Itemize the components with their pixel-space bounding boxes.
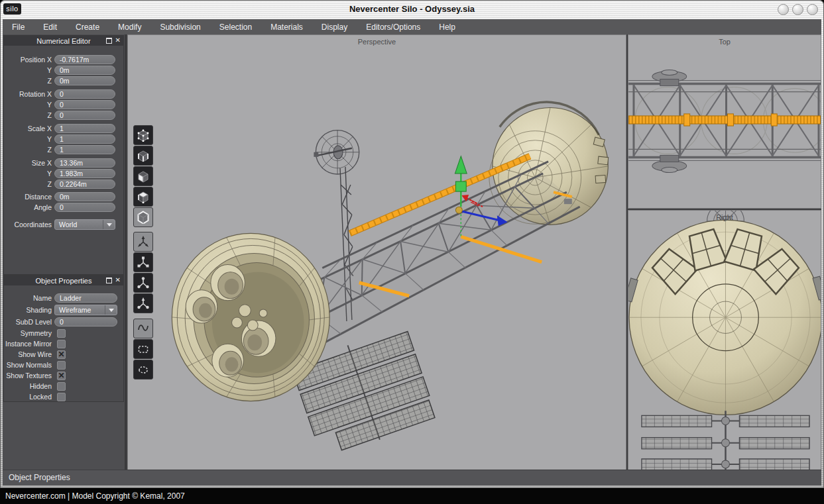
right-view-model [628,211,821,470]
size-z-field[interactable]: 0.2264m [54,179,115,189]
right-viewport-label: Right [628,213,821,221]
window-control-3-icon[interactable] [807,4,818,15]
shading-dropdown[interactable]: Wireframe [54,305,117,315]
position-y-field[interactable]: 0m [54,66,115,75]
window-control-2-icon[interactable] [792,4,803,15]
scale-z-field[interactable]: 1 [54,145,115,154]
status-bar: Object Properties [3,470,821,485]
menu-create[interactable]: Create [66,23,109,32]
numerical-editor-header[interactable]: Numerical Editor ✕ [4,36,123,46]
coordinates-value: World [55,220,103,229]
size-x-field[interactable]: 13.36m [54,158,115,168]
menu-help[interactable]: Help [430,23,465,32]
face-mode-button[interactable] [133,166,153,186]
symmetry-checkbox[interactable] [57,329,66,338]
content-area: Numerical Editor ✕ Position X-0.7617m Y0… [3,34,821,470]
command-sphere-right-view [628,220,821,415]
window-control-1-icon[interactable] [778,4,789,15]
scale-y-field[interactable]: 1 [54,134,115,144]
maximize-icon[interactable] [106,277,112,283]
paint-select-button[interactable] [133,319,153,338]
object-mode-button[interactable] [133,207,153,227]
menu-edit[interactable]: Edit [34,23,66,32]
edge-mode-button[interactable] [133,146,153,166]
show-wire-checkbox[interactable] [57,350,66,359]
object-properties-header[interactable]: Object Properties ✕ [4,276,123,285]
shading-value: Wireframe [55,305,105,315]
perspective-viewport-label: Perspective [128,38,626,46]
menu-materials[interactable]: Materials [261,23,312,32]
show-normals-checkbox[interactable] [57,361,66,370]
menu-selection[interactable]: Selection [210,23,261,32]
rotation-y-field[interactable]: 0 [54,100,115,109]
rotation-z-field[interactable]: 0 [54,111,115,120]
sidebar: Numerical Editor ✕ Position X-0.7617m Y0… [3,34,126,470]
position-z-field[interactable]: 0m [54,76,115,85]
hidden-label: Hidden [4,382,54,390]
close-icon[interactable]: ✕ [115,37,121,44]
select-style-toolbar [133,319,153,380]
position-x-field[interactable]: -0.7617m [54,55,115,64]
menu-modify[interactable]: Modify [109,23,150,32]
field-label: Z [4,146,54,154]
maximize-icon[interactable] [106,38,112,44]
shading-label: Shading [4,306,54,314]
hidden-checkbox[interactable] [57,382,66,391]
locked-checkbox[interactable] [57,393,66,401]
selected-ladder-top-view[interactable] [628,114,821,126]
menu-display[interactable]: Display [312,23,357,32]
menu-editors-options[interactable]: Editors/Options [357,23,430,32]
coordinates-dropdown[interactable]: World [54,219,115,230]
name-label: Name [4,294,54,302]
footer-text: Nevercenter.com | Model Copyright © Kema… [5,491,185,501]
angle-field[interactable]: 0 [54,203,115,212]
field-label: Size X [4,159,54,167]
field-label: Y [4,101,54,109]
scale-tool-button[interactable] [133,252,153,272]
window-title: Nevercenter Silo - Odyssey.sia [0,0,824,19]
field-label: Position X [4,56,54,64]
show-normals-label: Show Normals [4,361,54,369]
field-label: Y [4,135,54,143]
size-y-field[interactable]: 1.983m [54,169,115,178]
multi-mode-button[interactable] [133,187,153,207]
numerical-editor-panel: Numerical Editor ✕ Position X-0.7617m Y0… [3,35,124,275]
distance-field[interactable]: 0m [54,192,115,201]
scale-x-field[interactable]: 1 [54,124,115,133]
rect-select-button[interactable] [133,339,153,359]
chevron-down-icon [109,309,114,312]
object-properties-panel: Object Properties ✕ Name Ladder Shading [3,275,124,402]
name-field[interactable]: Ladder [54,293,117,303]
manipulator-toolbar [133,232,153,314]
subd-level-field[interactable]: 0 [54,317,117,327]
field-label: Distance [4,193,54,201]
perspective-viewport[interactable]: Perspective [127,34,626,470]
field-label: Z [4,180,54,188]
vertex-mode-button[interactable] [133,125,153,145]
rotation-x-field[interactable]: 0 [54,89,115,99]
lasso-select-button[interactable] [133,360,153,379]
top-view-model [628,35,821,208]
show-textures-checkbox[interactable] [57,372,66,380]
solar-panels-right-view [642,411,809,470]
field-label: Z [4,77,54,85]
field-label: Angle [4,203,54,211]
move-tool-button[interactable] [133,232,153,252]
menu-file[interactable]: File [3,23,34,32]
field-label: Z [4,111,54,119]
show-textures-label: Show Textures [4,372,54,379]
field-label: Y [4,170,54,177]
instance-mirror-checkbox[interactable] [57,340,66,348]
field-label: Scale X [4,125,54,132]
close-icon[interactable]: ✕ [115,277,121,283]
top-viewport[interactable]: Top [628,34,821,209]
field-label: Rotation X [4,90,54,98]
rotate-tool-button[interactable] [133,273,153,293]
menu-subdivision[interactable]: Subdivision [150,23,209,32]
coordinates-label: Coordinates [4,221,54,228]
app-window: silo Nevercenter Silo - Odyssey.sia File… [0,0,824,488]
title-bar[interactable]: silo Nevercenter Silo - Odyssey.sia [0,0,824,19]
right-viewport[interactable]: Right [628,210,821,470]
field-label: Y [4,66,54,74]
universal-tool-button[interactable] [133,293,153,313]
